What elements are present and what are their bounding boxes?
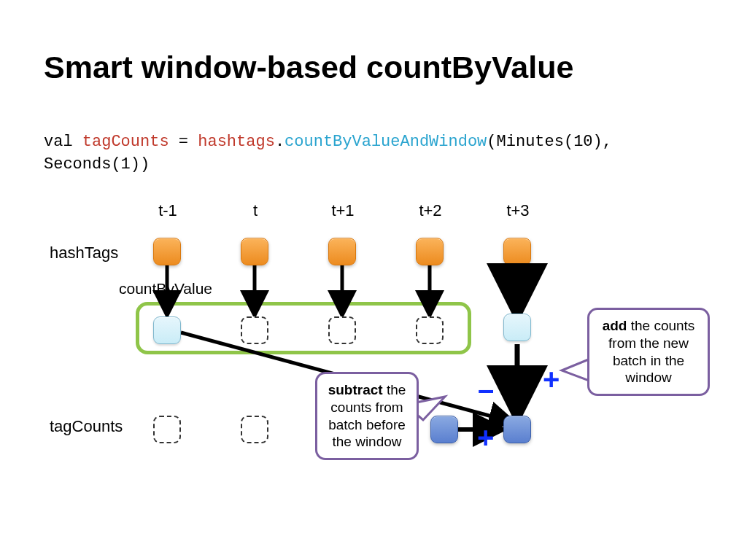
tagcounts-box-t+2 [430, 416, 458, 443]
code-lhs: tagCounts [82, 133, 169, 151]
row-label-tagcounts: tagCounts [50, 417, 123, 436]
counted-box-t+3 [503, 314, 531, 341]
row-label-hashtags: hashTags [50, 244, 118, 262]
plus-symbol-top: + [543, 363, 560, 396]
hashtags-box-t+3 [503, 238, 531, 265]
counted-box-t+2 [416, 316, 444, 344]
counted-box-t+1 [328, 316, 356, 344]
hashtags-box-t [241, 238, 268, 265]
time-label-t: t [233, 201, 277, 220]
code-snippet: val tagCounts = hashtags.countByValueAnd… [44, 131, 622, 176]
callout-add: add the counts from the new batch in the… [587, 308, 710, 396]
code-eq: = [169, 133, 198, 151]
plus-symbol-bottom: + [477, 421, 494, 454]
counted-box-t [241, 316, 268, 344]
code-dot: . [275, 133, 285, 151]
countbyvalue-label: countByValue [119, 280, 212, 298]
callout-add-bold: add [603, 318, 627, 333]
minus-symbol: – [478, 373, 494, 406]
page-title: Smart window-based countByValue [44, 50, 573, 85]
hashtags-box-t+1 [328, 238, 356, 265]
callout-subtract-bold: subtract [328, 382, 383, 397]
hashtags-box-t+2 [416, 238, 444, 265]
time-label-t+3: t+3 [496, 201, 540, 220]
code-method: countByValueAndWindow [285, 133, 487, 151]
hashtags-box-t-1 [153, 238, 181, 265]
tagcounts-box-t [241, 416, 268, 443]
tagcounts-box-t-1 [153, 416, 181, 443]
callout-subtract: subtract the counts from batch before th… [315, 372, 419, 460]
tagcounts-box-t+3 [503, 416, 531, 443]
code-rhs: hashtags [198, 133, 275, 151]
time-label-t+2: t+2 [409, 201, 452, 220]
time-label-t-1: t-1 [146, 201, 190, 220]
counted-box-t-1 [153, 316, 181, 344]
time-label-t+1: t+1 [321, 201, 365, 220]
code-keyword-val: val [44, 133, 82, 151]
